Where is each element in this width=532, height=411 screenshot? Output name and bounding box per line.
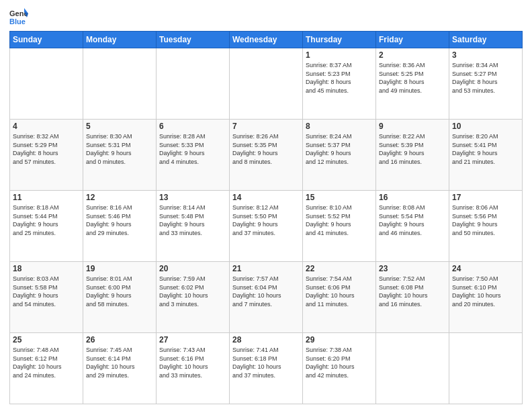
day-number: 18 xyxy=(13,264,80,273)
weekday-header-tuesday: Tuesday xyxy=(157,32,230,48)
day-info: Sunrise: 7:43 AM Sunset: 6:16 PM Dayligh… xyxy=(159,346,226,379)
day-number: 4 xyxy=(13,122,80,131)
day-number: 6 xyxy=(159,122,226,131)
day-number: 3 xyxy=(452,50,519,60)
day-info: Sunrise: 8:24 AM Sunset: 5:37 PM Dayligh… xyxy=(306,132,373,166)
calendar-cell-14: 11Sunrise: 8:18 AM Sunset: 5:44 PM Dayli… xyxy=(10,191,83,262)
weekday-header-row: SundayMondayTuesdayWednesdayThursdayFrid… xyxy=(10,32,523,48)
calendar-cell-10: 7Sunrise: 8:26 AM Sunset: 5:35 PM Daylig… xyxy=(230,120,303,191)
day-number: 10 xyxy=(452,122,519,131)
calendar-cell-26: 23Sunrise: 7:52 AM Sunset: 6:08 PM Dayli… xyxy=(376,262,449,333)
day-info: Sunrise: 8:37 AM Sunset: 5:23 PM Dayligh… xyxy=(306,61,373,95)
day-number: 26 xyxy=(86,335,153,345)
day-number: 5 xyxy=(86,122,153,131)
day-number: 27 xyxy=(159,335,226,345)
calendar-cell-20: 17Sunrise: 8:06 AM Sunset: 5:56 PM Dayli… xyxy=(449,191,523,262)
calendar-table: SundayMondayTuesdayWednesdayThursdayFrid… xyxy=(9,31,523,404)
day-number: 9 xyxy=(379,122,446,131)
day-number: 20 xyxy=(159,264,226,273)
week-row-0: 1Sunrise: 8:37 AM Sunset: 5:23 PM Daylig… xyxy=(10,48,523,120)
weekday-header-thursday: Thursday xyxy=(303,32,376,48)
day-number: 8 xyxy=(306,122,373,131)
weekday-header-friday: Friday xyxy=(376,32,449,48)
calendar-cell-12: 9Sunrise: 8:22 AM Sunset: 5:39 PM Daylig… xyxy=(376,120,449,191)
weekday-header-sunday: Sunday xyxy=(10,32,83,48)
calendar-cell-23: 20Sunrise: 7:59 AM Sunset: 6:02 PM Dayli… xyxy=(157,262,230,333)
calendar-cell-31: 28Sunrise: 7:41 AM Sunset: 6:18 PM Dayli… xyxy=(230,333,303,404)
logo-icon: General Blue xyxy=(9,7,28,26)
week-row-1: 4Sunrise: 8:32 AM Sunset: 5:29 PM Daylig… xyxy=(10,120,523,191)
day-info: Sunrise: 7:59 AM Sunset: 6:02 PM Dayligh… xyxy=(159,275,226,308)
day-info: Sunrise: 8:10 AM Sunset: 5:52 PM Dayligh… xyxy=(306,203,373,237)
calendar-cell-34 xyxy=(449,333,523,404)
calendar-cell-22: 19Sunrise: 8:01 AM Sunset: 6:00 PM Dayli… xyxy=(83,262,157,333)
day-info: Sunrise: 7:38 AM Sunset: 6:20 PM Dayligh… xyxy=(306,346,373,379)
day-info: Sunrise: 7:50 AM Sunset: 6:10 PM Dayligh… xyxy=(452,275,519,308)
day-info: Sunrise: 8:22 AM Sunset: 5:39 PM Dayligh… xyxy=(379,132,446,166)
page-header: General Blue xyxy=(9,7,523,26)
day-number: 7 xyxy=(232,122,300,131)
day-number: 2 xyxy=(379,50,446,60)
calendar-cell-16: 13Sunrise: 8:14 AM Sunset: 5:48 PM Dayli… xyxy=(157,191,230,262)
week-row-3: 18Sunrise: 8:03 AM Sunset: 5:58 PM Dayli… xyxy=(10,262,523,333)
calendar-cell-2 xyxy=(157,48,230,120)
calendar-cell-7: 4Sunrise: 8:32 AM Sunset: 5:29 PM Daylig… xyxy=(10,120,83,191)
calendar-cell-28: 25Sunrise: 7:48 AM Sunset: 6:12 PM Dayli… xyxy=(10,333,83,404)
day-info: Sunrise: 8:20 AM Sunset: 5:41 PM Dayligh… xyxy=(452,132,519,166)
calendar-cell-9: 6Sunrise: 8:28 AM Sunset: 5:33 PM Daylig… xyxy=(157,120,230,191)
day-number: 11 xyxy=(13,193,80,202)
day-info: Sunrise: 8:26 AM Sunset: 5:35 PM Dayligh… xyxy=(232,132,300,166)
weekday-header-wednesday: Wednesday xyxy=(230,32,303,48)
calendar-cell-3 xyxy=(230,48,303,120)
svg-text:Blue: Blue xyxy=(9,17,26,26)
day-number: 24 xyxy=(452,264,519,273)
day-info: Sunrise: 8:16 AM Sunset: 5:46 PM Dayligh… xyxy=(86,203,153,237)
day-info: Sunrise: 8:08 AM Sunset: 5:54 PM Dayligh… xyxy=(379,203,446,237)
day-info: Sunrise: 7:54 AM Sunset: 6:06 PM Dayligh… xyxy=(306,275,373,308)
day-info: Sunrise: 8:06 AM Sunset: 5:56 PM Dayligh… xyxy=(452,203,519,237)
day-info: Sunrise: 7:57 AM Sunset: 6:04 PM Dayligh… xyxy=(232,275,300,308)
day-number: 17 xyxy=(452,193,519,202)
calendar-cell-29: 26Sunrise: 7:45 AM Sunset: 6:14 PM Dayli… xyxy=(83,333,157,404)
day-number: 16 xyxy=(379,193,446,202)
calendar-cell-24: 21Sunrise: 7:57 AM Sunset: 6:04 PM Dayli… xyxy=(230,262,303,333)
day-number: 19 xyxy=(86,264,153,273)
day-info: Sunrise: 7:41 AM Sunset: 6:18 PM Dayligh… xyxy=(232,346,300,379)
logo: General Blue xyxy=(9,7,28,26)
day-number: 28 xyxy=(232,335,300,345)
calendar-cell-5: 2Sunrise: 8:36 AM Sunset: 5:25 PM Daylig… xyxy=(376,48,449,120)
weekday-header-monday: Monday xyxy=(83,32,157,48)
day-number: 13 xyxy=(159,193,226,202)
calendar-cell-4: 1Sunrise: 8:37 AM Sunset: 5:23 PM Daylig… xyxy=(303,48,376,120)
day-info: Sunrise: 8:01 AM Sunset: 6:00 PM Dayligh… xyxy=(86,275,153,308)
calendar-cell-21: 18Sunrise: 8:03 AM Sunset: 5:58 PM Dayli… xyxy=(10,262,83,333)
day-number: 25 xyxy=(13,335,80,345)
day-number: 15 xyxy=(306,193,373,202)
day-info: Sunrise: 7:45 AM Sunset: 6:14 PM Dayligh… xyxy=(86,346,153,379)
calendar-cell-1 xyxy=(83,48,157,120)
day-info: Sunrise: 8:34 AM Sunset: 5:27 PM Dayligh… xyxy=(452,61,519,95)
calendar-cell-27: 24Sunrise: 7:50 AM Sunset: 6:10 PM Dayli… xyxy=(449,262,523,333)
day-number: 23 xyxy=(379,264,446,273)
calendar-cell-11: 8Sunrise: 8:24 AM Sunset: 5:37 PM Daylig… xyxy=(303,120,376,191)
day-info: Sunrise: 8:28 AM Sunset: 5:33 PM Dayligh… xyxy=(159,132,226,166)
calendar-cell-6: 3Sunrise: 8:34 AM Sunset: 5:27 PM Daylig… xyxy=(449,48,523,120)
calendar-cell-15: 12Sunrise: 8:16 AM Sunset: 5:46 PM Dayli… xyxy=(83,191,157,262)
day-number: 22 xyxy=(306,264,373,273)
week-row-4: 25Sunrise: 7:48 AM Sunset: 6:12 PM Dayli… xyxy=(10,333,523,404)
calendar-cell-19: 16Sunrise: 8:08 AM Sunset: 5:54 PM Dayli… xyxy=(376,191,449,262)
calendar-cell-8: 5Sunrise: 8:30 AM Sunset: 5:31 PM Daylig… xyxy=(83,120,157,191)
week-row-2: 11Sunrise: 8:18 AM Sunset: 5:44 PM Dayli… xyxy=(10,191,523,262)
weekday-header-saturday: Saturday xyxy=(449,32,523,48)
day-info: Sunrise: 8:03 AM Sunset: 5:58 PM Dayligh… xyxy=(13,275,80,308)
day-info: Sunrise: 7:48 AM Sunset: 6:12 PM Dayligh… xyxy=(13,346,80,379)
calendar-cell-33 xyxy=(376,333,449,404)
calendar-cell-17: 14Sunrise: 8:12 AM Sunset: 5:50 PM Dayli… xyxy=(230,191,303,262)
calendar-cell-30: 27Sunrise: 7:43 AM Sunset: 6:16 PM Dayli… xyxy=(157,333,230,404)
calendar-cell-13: 10Sunrise: 8:20 AM Sunset: 5:41 PM Dayli… xyxy=(449,120,523,191)
calendar-cell-0 xyxy=(10,48,83,120)
day-info: Sunrise: 8:12 AM Sunset: 5:50 PM Dayligh… xyxy=(232,203,300,237)
day-number: 21 xyxy=(232,264,300,273)
day-info: Sunrise: 8:36 AM Sunset: 5:25 PM Dayligh… xyxy=(379,61,446,95)
day-number: 29 xyxy=(306,335,373,345)
